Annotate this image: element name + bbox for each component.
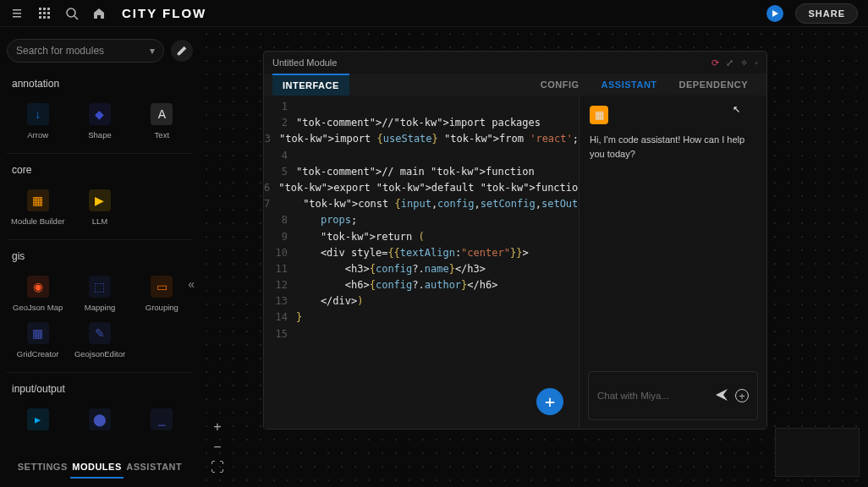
app-header: CITY FLOW SHARE: [0, 0, 868, 27]
menu-icon[interactable]: [10, 6, 25, 21]
module-item[interactable]: ▦Module Builder: [7, 184, 69, 231]
category-title: annotation: [7, 71, 193, 98]
module-icon: ⬤: [89, 408, 111, 430]
module-label: Text: [155, 130, 169, 140]
canvas[interactable]: + − ⛶ Untitled Module ⟳ ⤢ ✧ ◦ INTERFACE …: [200, 27, 868, 487]
tab-interface[interactable]: INTERFACE: [272, 74, 349, 96]
tab-assistant[interactable]: ASSISTANT: [124, 457, 184, 479]
svg-point-12: [67, 8, 75, 17]
minimap[interactable]: [775, 428, 860, 477]
module-search-input[interactable]: Search for modules ▾: [7, 39, 164, 63]
module-item[interactable]: ▶LLM: [69, 184, 130, 231]
svg-rect-11: [47, 16, 50, 19]
code-line: 1: [264, 99, 579, 115]
code-editor[interactable]: 12"tok-comment">//"tok-kw">import packag…: [264, 96, 579, 429]
code-line: 11 <h3>{config?.name}</h3>: [264, 261, 579, 277]
expand-icon[interactable]: ⤢: [726, 57, 733, 68]
module-item[interactable]: ⬚Mapping: [69, 271, 130, 317]
tab-assistant-module[interactable]: ASSISTANT: [591, 74, 667, 95]
module-label: GeoJson Map: [13, 303, 63, 312]
module-icon: ▦: [27, 189, 49, 211]
assistant-message: Hi, I'm code assistant! How can I help y…: [590, 133, 756, 161]
share-button[interactable]: SHARE: [795, 3, 858, 24]
module-window: Untitled Module ⟳ ⤢ ✧ ◦ INTERFACE CONFIG…: [263, 51, 767, 430]
module-label: GridCreator: [17, 349, 59, 358]
svg-rect-3: [39, 8, 41, 10]
zoom-controls: + − ⛶: [208, 418, 227, 477]
module-icon: ▶: [89, 189, 111, 211]
play-button[interactable]: [766, 5, 783, 22]
module-icon: ▦: [27, 322, 49, 344]
code-line: 15: [264, 326, 579, 342]
module-icon: ✎: [89, 322, 111, 344]
module-item[interactable]: ▸: [7, 403, 69, 440]
module-icon: ⎯: [151, 408, 173, 430]
code-line: 2"tok-comment">//"tok-kw">import package…: [264, 115, 579, 131]
apps-icon[interactable]: [37, 6, 52, 21]
module-icon: ◉: [27, 276, 49, 298]
svg-rect-9: [39, 16, 41, 19]
chevron-down-icon: ▾: [150, 45, 155, 57]
refresh-icon[interactable]: ⟳: [711, 57, 719, 68]
module-icon: ◆: [89, 103, 111, 125]
assistant-avatar-icon: ▦: [590, 106, 608, 124]
edit-button[interactable]: [171, 40, 193, 62]
code-line: 6"tok-kw">export "tok-kw">default "tok-k…: [264, 180, 579, 196]
add-fab-button[interactable]: +: [536, 388, 563, 415]
fullscreen-button[interactable]: ⛶: [208, 458, 227, 477]
module-label: Module Builder: [11, 216, 64, 226]
module-item[interactable]: ▭Grouping: [131, 271, 193, 317]
svg-rect-0: [13, 9, 21, 11]
home-icon[interactable]: [91, 6, 107, 21]
code-line: 4: [264, 148, 579, 164]
more-icon[interactable]: ◦: [755, 57, 758, 68]
module-label: Arrow: [27, 130, 48, 140]
code-line: 5"tok-comment">// main "tok-kw">function: [264, 164, 579, 180]
send-icon[interactable]: [715, 388, 728, 404]
module-label: Mapping: [85, 303, 115, 312]
app-title: CITY FLOW: [122, 6, 206, 20]
search-icon[interactable]: [64, 6, 80, 21]
module-item[interactable]: ▦GridCreator: [7, 317, 69, 364]
code-line: 8 props;: [264, 212, 579, 228]
pin-icon[interactable]: ✧: [740, 57, 748, 68]
module-label: Grouping: [146, 303, 179, 312]
category-title: core: [7, 157, 193, 184]
assistant-panel: ▦ Hi, I'm code assistant! How can I help…: [579, 96, 766, 429]
zoom-out-button[interactable]: −: [208, 438, 227, 457]
code-line: 13 </div>): [264, 293, 579, 309]
svg-rect-6: [39, 12, 41, 14]
sidebar: Search for modules ▾ annotation↓Arrow◆Sh…: [0, 27, 200, 487]
module-item[interactable]: ✎GeojsonEditor: [69, 317, 130, 364]
code-line: 14}: [264, 309, 579, 326]
add-icon[interactable]: +: [735, 389, 749, 402]
zoom-in-button[interactable]: +: [208, 418, 227, 436]
module-icon: A: [151, 103, 173, 125]
module-item[interactable]: AText: [131, 98, 193, 145]
tab-config[interactable]: CONFIG: [530, 74, 590, 95]
module-label: LLM: [92, 216, 107, 226]
module-item[interactable]: ◉GeoJson Map: [7, 271, 69, 317]
tab-dependency[interactable]: DEPENDENCY: [669, 74, 758, 95]
module-item[interactable]: ↓Arrow: [7, 98, 69, 145]
module-item[interactable]: ◆Shape: [69, 98, 130, 145]
svg-rect-2: [13, 16, 21, 18]
tab-modules[interactable]: MODULES: [70, 457, 124, 479]
assistant-chat-input[interactable]: Chat with Miya... +: [588, 371, 758, 420]
tab-settings[interactable]: SETTINGS: [16, 457, 69, 479]
sidebar-tabs: SETTINGS MODULES ASSISTANT: [0, 448, 200, 487]
module-item[interactable]: ⎯: [131, 403, 193, 440]
svg-rect-7: [43, 12, 46, 14]
svg-rect-8: [47, 12, 50, 14]
code-line: 10 <div style={{textAlign:"center"}}>: [264, 245, 579, 261]
category-title: input/output: [7, 376, 193, 403]
assistant-placeholder: Chat with Miya...: [597, 391, 708, 401]
module-icon: ⬚: [89, 276, 111, 298]
module-icon: ▸: [27, 408, 49, 430]
svg-rect-10: [43, 16, 46, 19]
code-line: 3"tok-kw">import {useState} "tok-kw">fro…: [264, 131, 579, 147]
collapse-sidebar-icon[interactable]: «: [188, 277, 195, 291]
code-line: 7 "tok-kw">const {input,config,setConfig…: [264, 196, 579, 212]
module-title: Untitled Module: [272, 57, 337, 68]
module-item[interactable]: ⬤: [69, 403, 130, 440]
